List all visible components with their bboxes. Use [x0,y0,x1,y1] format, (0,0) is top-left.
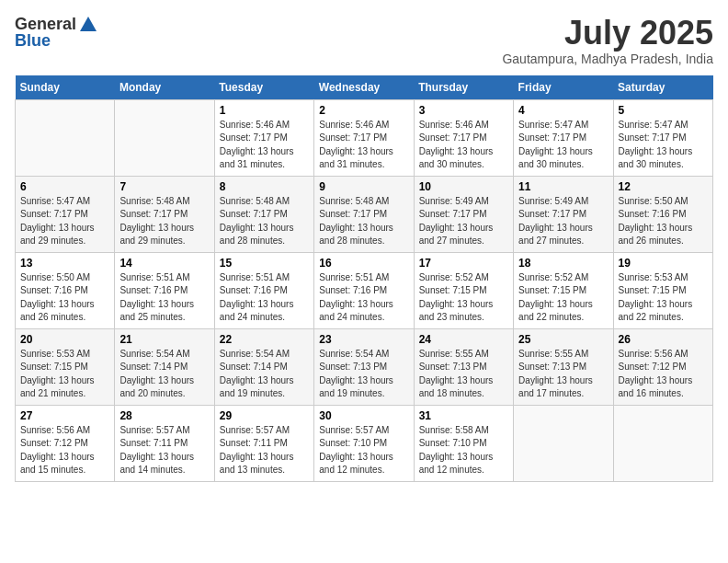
day-number: 22 [220,333,309,346]
day-number: 4 [518,104,608,117]
calendar-cell: 30Sunrise: 5:57 AM Sunset: 7:10 PM Dayli… [314,405,414,481]
day-number: 20 [20,333,109,346]
day-number: 12 [619,180,708,193]
day-number: 8 [220,180,309,193]
day-info: Sunrise: 5:54 AM Sunset: 7:14 PM Dayligh… [220,348,309,401]
calendar-cell [613,405,712,481]
day-info: Sunrise: 5:57 AM Sunset: 7:10 PM Dayligh… [319,424,408,477]
svg-marker-0 [80,17,97,31]
calendar-cell: 10Sunrise: 5:49 AM Sunset: 7:17 PM Dayli… [414,176,513,252]
logo-general: General [15,15,76,33]
day-number: 17 [419,257,508,270]
calendar-cell: 16Sunrise: 5:51 AM Sunset: 7:16 PM Dayli… [314,252,414,328]
calendar-cell: 23Sunrise: 5:54 AM Sunset: 7:13 PM Dayli… [314,328,414,405]
logo: General Blue [15,15,100,51]
day-info: Sunrise: 5:46 AM Sunset: 7:17 PM Dayligh… [419,119,508,172]
calendar-cell: 14Sunrise: 5:51 AM Sunset: 7:16 PM Dayli… [115,252,214,328]
calendar-cell: 20Sunrise: 5:53 AM Sunset: 7:15 PM Dayli… [16,328,115,405]
calendar-cell: 19Sunrise: 5:53 AM Sunset: 7:15 PM Dayli… [613,252,712,328]
calendar-cell: 2Sunrise: 5:46 AM Sunset: 7:17 PM Daylig… [314,99,414,176]
calendar-cell: 8Sunrise: 5:48 AM Sunset: 7:17 PM Daylig… [214,176,313,252]
day-info: Sunrise: 5:51 AM Sunset: 7:16 PM Dayligh… [319,271,408,325]
day-info: Sunrise: 5:53 AM Sunset: 7:15 PM Dayligh… [619,271,708,325]
location-subtitle: Gautampura, Madhya Pradesh, India [502,52,713,66]
day-number: 13 [20,257,109,270]
day-number: 30 [319,409,408,422]
title-block: July 2025 Gautampura, Madhya Pradesh, In… [502,15,713,66]
calendar-cell: 7Sunrise: 5:48 AM Sunset: 7:17 PM Daylig… [115,176,214,252]
calendar-cell: 1Sunrise: 5:46 AM Sunset: 7:17 PM Daylig… [214,99,313,176]
calendar-cell [115,99,214,176]
day-number: 16 [319,257,408,270]
calendar-cell: 6Sunrise: 5:47 AM Sunset: 7:17 PM Daylig… [16,176,115,252]
day-info: Sunrise: 5:47 AM Sunset: 7:17 PM Dayligh… [20,195,109,248]
calendar-cell: 24Sunrise: 5:55 AM Sunset: 7:13 PM Dayli… [414,328,513,405]
day-number: 15 [220,257,309,270]
day-number: 6 [20,180,109,193]
weekday-header-row: SundayMondayTuesdayWednesdayThursdayFrid… [16,75,713,100]
page-header: General Blue July 2025 Gautampura, Madhy… [15,15,713,66]
day-info: Sunrise: 5:53 AM Sunset: 7:15 PM Dayligh… [20,348,109,401]
day-number: 31 [419,409,508,422]
day-info: Sunrise: 5:50 AM Sunset: 7:16 PM Dayligh… [619,195,708,248]
calendar-cell: 4Sunrise: 5:47 AM Sunset: 7:17 PM Daylig… [514,99,613,176]
day-info: Sunrise: 5:46 AM Sunset: 7:17 PM Dayligh… [319,119,408,172]
day-number: 1 [220,104,309,117]
day-number: 27 [20,409,109,422]
day-number: 14 [119,257,209,270]
day-number: 11 [518,180,608,193]
day-info: Sunrise: 5:56 AM Sunset: 7:12 PM Dayligh… [20,424,109,477]
day-info: Sunrise: 5:52 AM Sunset: 7:15 PM Dayligh… [419,271,508,325]
day-info: Sunrise: 5:48 AM Sunset: 7:17 PM Dayligh… [220,195,309,248]
calendar-cell: 31Sunrise: 5:58 AM Sunset: 7:10 PM Dayli… [414,405,513,481]
calendar-cell: 18Sunrise: 5:52 AM Sunset: 7:15 PM Dayli… [514,252,613,328]
day-number: 5 [619,104,708,117]
day-info: Sunrise: 5:49 AM Sunset: 7:17 PM Dayligh… [518,195,608,248]
calendar-cell: 11Sunrise: 5:49 AM Sunset: 7:17 PM Dayli… [514,176,613,252]
calendar-cell: 29Sunrise: 5:57 AM Sunset: 7:11 PM Dayli… [214,405,313,481]
calendar-cell: 28Sunrise: 5:57 AM Sunset: 7:11 PM Dayli… [115,405,214,481]
day-info: Sunrise: 5:51 AM Sunset: 7:16 PM Dayligh… [119,271,209,325]
calendar-cell: 21Sunrise: 5:54 AM Sunset: 7:14 PM Dayli… [115,328,214,405]
calendar-cell: 5Sunrise: 5:47 AM Sunset: 7:17 PM Daylig… [613,99,712,176]
day-number: 25 [518,333,608,346]
calendar-cell: 15Sunrise: 5:51 AM Sunset: 7:16 PM Dayli… [214,252,313,328]
calendar-cell: 3Sunrise: 5:46 AM Sunset: 7:17 PM Daylig… [414,99,513,176]
day-number: 3 [419,104,508,117]
weekday-header-thursday: Thursday [414,75,513,100]
calendar-cell: 27Sunrise: 5:56 AM Sunset: 7:12 PM Dayli… [16,405,115,481]
day-number: 29 [220,409,309,422]
calendar-cell: 12Sunrise: 5:50 AM Sunset: 7:16 PM Dayli… [613,176,712,252]
day-number: 10 [419,180,508,193]
calendar-cell: 25Sunrise: 5:55 AM Sunset: 7:13 PM Dayli… [514,328,613,405]
day-info: Sunrise: 5:52 AM Sunset: 7:15 PM Dayligh… [518,271,608,325]
week-row-2: 6Sunrise: 5:47 AM Sunset: 7:17 PM Daylig… [16,176,713,252]
day-number: 9 [319,180,408,193]
day-info: Sunrise: 5:49 AM Sunset: 7:17 PM Dayligh… [419,195,508,248]
day-info: Sunrise: 5:56 AM Sunset: 7:12 PM Dayligh… [619,348,708,401]
weekday-header-wednesday: Wednesday [314,75,414,100]
week-row-1: 1Sunrise: 5:46 AM Sunset: 7:17 PM Daylig… [16,99,713,176]
weekday-header-friday: Friday [514,75,613,100]
day-number: 23 [319,333,408,346]
day-info: Sunrise: 5:50 AM Sunset: 7:16 PM Dayligh… [20,271,109,325]
week-row-5: 27Sunrise: 5:56 AM Sunset: 7:12 PM Dayli… [16,405,713,481]
calendar-cell: 9Sunrise: 5:48 AM Sunset: 7:17 PM Daylig… [314,176,414,252]
calendar-cell: 17Sunrise: 5:52 AM Sunset: 7:15 PM Dayli… [414,252,513,328]
day-number: 26 [619,333,708,346]
weekday-header-tuesday: Tuesday [214,75,313,100]
calendar-cell: 13Sunrise: 5:50 AM Sunset: 7:16 PM Dayli… [16,252,115,328]
day-info: Sunrise: 5:55 AM Sunset: 7:13 PM Dayligh… [518,348,608,401]
week-row-4: 20Sunrise: 5:53 AM Sunset: 7:15 PM Dayli… [16,328,713,405]
day-info: Sunrise: 5:57 AM Sunset: 7:11 PM Dayligh… [220,424,309,477]
day-info: Sunrise: 5:58 AM Sunset: 7:10 PM Dayligh… [419,424,508,477]
day-number: 7 [119,180,209,193]
calendar-cell: 22Sunrise: 5:54 AM Sunset: 7:14 PM Dayli… [214,328,313,405]
day-info: Sunrise: 5:48 AM Sunset: 7:17 PM Dayligh… [319,195,408,248]
day-info: Sunrise: 5:57 AM Sunset: 7:11 PM Dayligh… [119,424,209,477]
weekday-header-sunday: Sunday [16,75,115,100]
day-info: Sunrise: 5:46 AM Sunset: 7:17 PM Dayligh… [220,119,309,172]
day-number: 28 [119,409,209,422]
day-number: 18 [518,257,608,270]
day-info: Sunrise: 5:47 AM Sunset: 7:17 PM Dayligh… [518,119,608,172]
